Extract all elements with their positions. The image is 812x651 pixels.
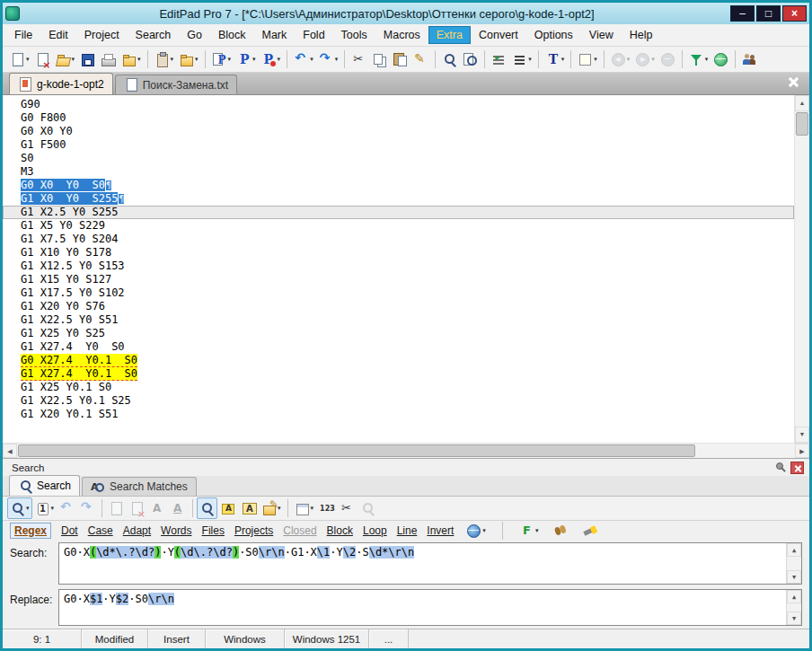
menu-options[interactable]: Options — [526, 26, 581, 44]
editor-line[interactable]: G0 X0 Y0 — [3, 125, 794, 138]
font-button[interactable]: ▾ — [543, 48, 568, 70]
replace-input[interactable]: G0·X$1·Y$2·S0\r\n ▲ ▼ — [58, 589, 802, 626]
new-file-button[interactable]: ▾ — [7, 48, 32, 70]
search-favorites-button[interactable]: ▾ — [516, 520, 542, 541]
scroll-right-icon[interactable]: ▶ — [795, 444, 809, 458]
search-panel-tab[interactable]: Search Matches — [82, 477, 197, 496]
option-line[interactable]: Line — [397, 524, 418, 537]
minimize-button[interactable]: – — [730, 5, 755, 22]
search-files-button[interactable] — [460, 48, 481, 70]
menu-help[interactable]: Help — [622, 26, 661, 44]
close-panel-icon[interactable] — [790, 462, 804, 474]
clipboard-file-button[interactable]: ▾ — [152, 48, 177, 70]
menu-extra[interactable]: Extra — [428, 26, 471, 44]
option-projects[interactable]: Projects — [234, 524, 273, 537]
menu-file[interactable]: File — [6, 26, 40, 44]
document-tab[interactable]: g-kode-1-opt2 — [9, 73, 113, 94]
editor-line[interactable]: G90 — [3, 98, 794, 111]
save-button[interactable] — [77, 48, 98, 70]
editor-vscrollbar[interactable]: ▲ ▼ — [794, 95, 809, 443]
count-matches-button[interactable] — [316, 497, 337, 519]
option-block[interactable]: Block — [327, 524, 353, 537]
menu-block[interactable]: Block — [210, 26, 254, 44]
option-loop[interactable]: Loop — [363, 524, 387, 537]
option-dot[interactable]: Dot — [61, 524, 78, 537]
replace-input-scrollbar[interactable]: ▲ ▼ — [786, 590, 801, 625]
editor-line[interactable]: G1 X25 Y0 S25 — [3, 327, 794, 340]
editor-line[interactable]: G1 X10 Y0 S178 — [3, 246, 794, 260]
menu-tools[interactable]: Tools — [333, 26, 375, 44]
editor-line[interactable]: M3 — [3, 165, 794, 179]
editor-line[interactable]: G1 X5 Y0 S229 — [3, 219, 794, 233]
search-input[interactable]: G0·X(\d*\.?\d?)·Y(\d\.?\d?)·S0\r\n·G1·X\… — [58, 542, 802, 585]
vscroll-track[interactable] — [795, 136, 809, 427]
regex-flashlight-button[interactable] — [581, 520, 602, 541]
option-regex[interactable]: Regex — [10, 523, 51, 539]
indent-button[interactable] — [489, 48, 509, 70]
editor-line[interactable]: G1 X0 Y0 S255¶ — [3, 192, 794, 206]
menu-convert[interactable]: Convert — [471, 26, 526, 44]
spin-down-icon[interactable]: ▼ — [787, 611, 801, 625]
columns-button[interactable]: ▾ — [292, 497, 317, 519]
pin-icon[interactable] — [772, 460, 788, 475]
menu-edit[interactable]: Edit — [40, 26, 76, 44]
help-web-button[interactable] — [710, 48, 731, 70]
editor-line[interactable]: G0 F800 — [3, 111, 794, 125]
editor-line[interactable]: G1 X17.5 Y0 S102 — [3, 286, 794, 300]
find-first-button[interactable] — [197, 497, 217, 519]
editor-line[interactable]: G1 X15 Y0 S127 — [3, 273, 794, 286]
scroll-left-icon[interactable]: ◀ — [3, 444, 17, 458]
option-words[interactable]: Words — [161, 524, 191, 537]
editor-line[interactable]: G1 X22.5 Y0 S51 — [3, 313, 794, 327]
editor-line[interactable]: G1 X25 Y0.1 S0 — [3, 381, 794, 394]
redo-button[interactable]: ▾ — [316, 48, 341, 70]
search-scope-button[interactable]: ▾ — [32, 497, 57, 519]
paste-button[interactable] — [390, 48, 410, 70]
open-file-button[interactable]: ▾ — [53, 48, 78, 70]
close-button[interactable]: × — [782, 5, 807, 22]
menu-go[interactable]: Go — [179, 26, 210, 44]
menu-macros[interactable]: Macros — [375, 26, 428, 44]
menu-view[interactable]: View — [581, 26, 622, 44]
editor-line[interactable]: S0 — [3, 152, 794, 165]
option-files[interactable]: Files — [202, 524, 225, 537]
favorites-button[interactable]: ▾ — [119, 48, 144, 70]
editor-line[interactable]: G1 X7.5 Y0 S204 — [3, 233, 794, 246]
save-project-button[interactable]: ▾ — [234, 48, 259, 70]
scheme-button[interactable]: ▾ — [463, 520, 489, 541]
search-action-button[interactable]: ▾ — [7, 497, 32, 519]
editor-line[interactable]: G1 F500 — [3, 138, 794, 152]
close-project-button[interactable]: ▾ — [259, 48, 284, 70]
copy-button[interactable] — [369, 48, 390, 70]
editor-line[interactable]: G1 X27.4 Y0 S0 — [3, 340, 794, 354]
cut-button[interactable] — [349, 48, 369, 70]
spin-down-icon[interactable]: ▼ — [787, 570, 801, 584]
search-panel-tab[interactable]: Search — [9, 475, 80, 496]
editor-line[interactable]: G1 X20 Y0 S76 — [3, 300, 794, 313]
maximize-button[interactable]: □ — [756, 5, 781, 22]
print-button[interactable] — [98, 48, 119, 70]
open-project-button[interactable]: ▾ — [209, 48, 234, 70]
cut-matches-button[interactable] — [337, 497, 357, 519]
replace-all-button[interactable]: ▾ — [259, 497, 284, 519]
insert-symbol-button[interactable]: ▾ — [575, 48, 600, 70]
search-button[interactable] — [439, 48, 460, 70]
search-input-scrollbar[interactable]: ▲ ▼ — [786, 543, 801, 584]
scroll-up-icon[interactable]: ▲ — [795, 95, 809, 111]
editor-line[interactable]: G0 X27.4 Y0.1 S0 — [3, 354, 794, 367]
option-case[interactable]: Case — [88, 524, 113, 537]
menu-search[interactable]: Search — [128, 26, 180, 44]
undo-button[interactable]: ▾ — [291, 48, 316, 70]
option-adapt[interactable]: Adapt — [123, 524, 151, 537]
spin-up-icon[interactable]: ▲ — [787, 590, 801, 603]
editor-line[interactable]: G0 X0 Y0 S0¶ — [3, 179, 794, 192]
debug-regex-button[interactable] — [551, 520, 571, 541]
edit-button[interactable] — [410, 48, 431, 70]
spin-up-icon[interactable]: ▲ — [787, 543, 801, 557]
option-invert[interactable]: Invert — [427, 524, 454, 537]
editor-lines[interactable]: G90G0 F800G0 X0 Y0G1 F500S0M3G0 X0 Y0 S0… — [3, 95, 794, 443]
menu-project[interactable]: Project — [76, 26, 128, 44]
close-editor-icon[interactable] — [784, 73, 804, 92]
menu-mark[interactable]: Mark — [253, 26, 295, 44]
editor-line[interactable]: G1 X22.5 Y0.1 S25 — [3, 394, 794, 408]
